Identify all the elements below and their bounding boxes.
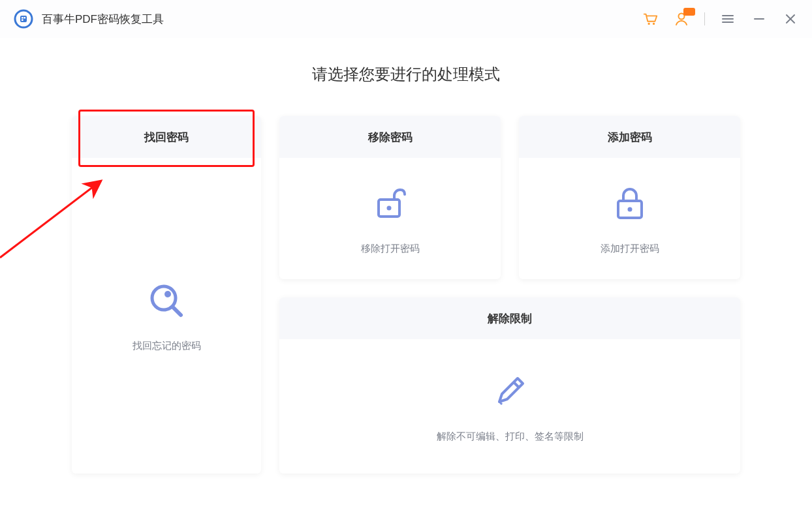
pencil-icon xyxy=(489,370,531,412)
page-heading: 请选择您要进行的处理模式 xyxy=(72,64,740,85)
card-body: 添加打开密码 xyxy=(519,158,740,279)
card-title: 移除密码 xyxy=(279,116,501,158)
card-desc: 添加打开密码 xyxy=(601,243,659,255)
svg-rect-1 xyxy=(20,16,27,22)
card-desc: 移除打开密码 xyxy=(361,243,420,255)
svg-rect-4 xyxy=(22,20,23,22)
svg-rect-3 xyxy=(24,17,26,19)
app-logo-icon xyxy=(13,8,34,29)
card-title: 添加密码 xyxy=(519,116,740,158)
svg-point-20 xyxy=(627,207,632,211)
unlock-icon xyxy=(369,183,411,224)
svg-rect-2 xyxy=(22,17,23,19)
card-body: 解除不可编辑、打印、签名等限制 xyxy=(279,339,740,474)
card-body: 找回忘记的密码 xyxy=(72,158,261,474)
menu-icon[interactable] xyxy=(719,10,736,27)
card-recover-password[interactable]: 找回密码 找回忘记的密码 xyxy=(72,116,261,474)
card-add-password[interactable]: 添加密码 添加打开密码 xyxy=(519,116,740,279)
svg-point-6 xyxy=(653,23,655,25)
card-remove-password[interactable]: 移除密码 移除打开密码 xyxy=(279,116,501,279)
svg-point-5 xyxy=(648,23,649,25)
divider xyxy=(704,12,705,25)
card-title: 解除限制 xyxy=(279,297,740,339)
card-desc: 找回忘记的密码 xyxy=(133,340,201,352)
minimize-icon[interactable] xyxy=(751,10,768,27)
main: 请选择您要进行的处理模式 找回密码 找回忘记的密码 移除密码 xyxy=(0,38,812,474)
svg-point-15 xyxy=(164,291,171,297)
cart-icon[interactable] xyxy=(642,10,659,27)
title-bar-right xyxy=(642,10,799,27)
lock-icon xyxy=(609,183,651,224)
svg-point-18 xyxy=(386,205,391,210)
magnify-icon xyxy=(146,280,187,322)
svg-line-21 xyxy=(514,382,519,387)
svg-line-16 xyxy=(173,307,181,315)
title-bar-left: 百事牛PDF密码恢复工具 xyxy=(13,8,164,29)
app-title: 百事牛PDF密码恢复工具 xyxy=(42,12,164,27)
card-desc: 解除不可编辑、打印、签名等限制 xyxy=(437,430,584,443)
mode-grid: 找回密码 找回忘记的密码 移除密码 xyxy=(72,116,740,474)
card-remove-restrictions[interactable]: 解除限制 解除不可编辑、打印、签名等限制 xyxy=(279,297,740,474)
title-bar: 百事牛PDF密码恢复工具 xyxy=(0,0,812,38)
close-icon[interactable] xyxy=(782,10,799,27)
card-title: 找回密码 xyxy=(72,116,261,158)
account-icon[interactable] xyxy=(673,10,690,27)
card-body: 移除打开密码 xyxy=(279,158,501,279)
